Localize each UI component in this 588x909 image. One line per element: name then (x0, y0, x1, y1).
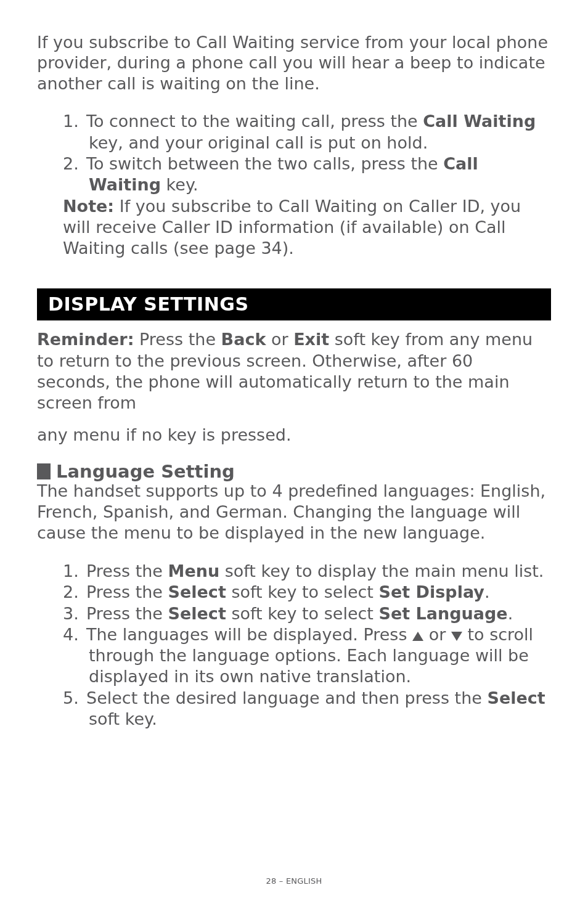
reminder-text: Reminder: Press the Back or Exit soft ke… (37, 329, 551, 414)
step-number: 1. (63, 111, 86, 132)
subheading-title: Language Setting (56, 461, 235, 482)
key-name: Call Waiting (423, 112, 536, 131)
option-name: Set Language (379, 604, 508, 623)
page-footer: 28 – ENGLISH (0, 876, 588, 886)
list-item: 4.The languages will be displayed. Press… (63, 624, 551, 688)
step-text: key. (161, 175, 198, 194)
step-text: . (484, 582, 490, 601)
note-text: If you subscribe to Call Waiting on Call… (63, 197, 521, 258)
call-waiting-steps: 1.To connect to the waiting call, press … (37, 111, 551, 195)
note: Note: If you subscribe to Call Waiting o… (63, 196, 551, 259)
step-text: soft key to display the main menu list. (219, 561, 544, 581)
key-name: Exit (293, 330, 329, 349)
section-heading: DISPLAY SETTINGS (37, 288, 551, 320)
step-text: Press the (86, 561, 168, 581)
step-text: or (423, 625, 451, 644)
reminder-text-last: any menu if no key is pressed. (37, 423, 551, 448)
key-name: Select (168, 604, 226, 623)
step-number: 4. (63, 624, 86, 645)
body-text: Press the (134, 330, 221, 349)
note-label: Note: (63, 197, 114, 216)
list-item: 2.Press the Select soft key to select Se… (63, 582, 551, 603)
step-text: Press the (86, 604, 168, 623)
step-number: 2. (63, 582, 86, 603)
option-name: Set Display (379, 582, 484, 601)
key-name: Menu (168, 561, 220, 581)
step-text: key, and your original call is put on ho… (89, 133, 428, 152)
step-number: 5. (63, 688, 86, 709)
key-name: Select (487, 688, 545, 707)
step-number: 1. (63, 561, 86, 582)
step-text: . (508, 604, 513, 623)
subheading: Language Setting (37, 461, 551, 482)
up-arrow-icon (412, 632, 423, 641)
step-text: soft key. (89, 709, 157, 728)
body-text: or (266, 330, 293, 349)
list-item: 3.Press the Select soft key to select Se… (63, 603, 551, 624)
step-text: Press the (86, 582, 168, 601)
list-item: 5.Select the desired language and then p… (63, 688, 551, 730)
list-item: 2.To switch between the two calls, press… (63, 153, 551, 196)
page-content: If you subscribe to Call Waiting service… (0, 0, 588, 909)
subheading-marker-icon (37, 463, 51, 479)
call-waiting-intro: If you subscribe to Call Waiting service… (37, 32, 551, 94)
step-text: soft key to select (226, 582, 379, 601)
list-item: 1.Press the Menu soft key to display the… (63, 561, 551, 582)
step-number: 2. (63, 153, 86, 174)
key-name: Select (168, 582, 226, 601)
language-steps: 1.Press the Menu soft key to display the… (37, 561, 551, 730)
step-text: soft key to select (226, 604, 379, 623)
step-text: To switch between the two calls, press t… (86, 154, 443, 173)
list-item: 1.To connect to the waiting call, press … (63, 111, 551, 153)
step-number: 3. (63, 603, 86, 624)
step-text: The languages will be displayed. Press (86, 625, 412, 644)
key-name: Back (221, 330, 266, 349)
language-body: The handset supports up to 4 predefined … (37, 481, 551, 544)
step-text: To connect to the waiting call, press th… (86, 112, 423, 131)
down-arrow-icon (451, 632, 462, 641)
step-text: Select the desired language and then pre… (86, 688, 487, 707)
reminder-label: Reminder: (37, 330, 134, 349)
